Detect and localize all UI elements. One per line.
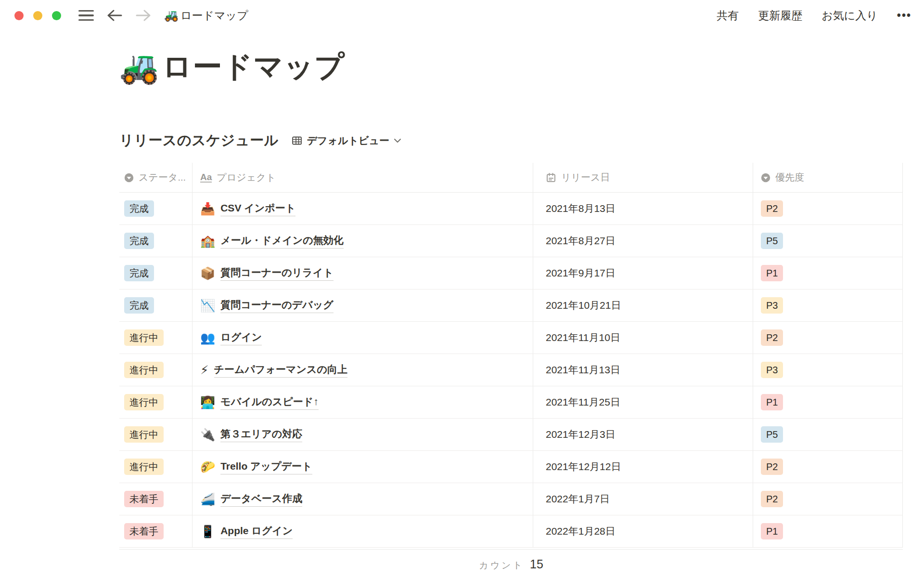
status-cell[interactable]: 完成 [119,289,192,321]
project-page-link[interactable]: ログイン [220,330,262,345]
status-badge: 未着手 [124,491,164,507]
favorites-button[interactable]: お気に入り [821,8,878,23]
priority-cell[interactable]: P5 [753,225,903,257]
priority-cell[interactable]: P2 [753,322,903,354]
release-date-cell[interactable]: 2021年8月27日 [533,225,753,257]
minimize-window-button[interactable] [33,11,42,20]
table-row: 進行中 ⚡ チームパフォーマンスの向上 2021年11月13日 P3 [119,354,903,386]
select-property-icon [761,173,770,183]
collection-title: リリースのスケジュール [119,131,279,150]
priority-cell[interactable]: P1 [753,515,903,547]
project-cell[interactable]: 📉 質問コーナーのデバッグ [192,289,533,321]
column-header-priority[interactable]: 優先度 [753,163,903,192]
title-property-icon: Aa [200,172,212,183]
status-cell[interactable]: 完成 [119,225,192,257]
fullscreen-window-button[interactable] [52,11,61,20]
project-page-link[interactable]: Apple ログイン [220,524,293,539]
release-date-cell[interactable]: 2021年11月25日 [533,386,753,418]
project-cell[interactable]: 👩‍💻 モバイルのスピード↑ [192,386,533,418]
release-date-cell[interactable]: 2022年1月7日 [533,483,753,515]
project-page-link[interactable]: チームパフォーマンスの向上 [214,363,347,378]
project-emoji-icon: 🚄 [200,492,215,506]
table-row: 進行中 👥 ログイン 2021年11月10日 P2 [119,322,903,354]
traffic-lights [14,11,61,20]
release-date-value: 2021年11月10日 [546,331,620,344]
project-page-link[interactable]: モバイルのスピード↑ [220,395,318,410]
project-cell[interactable]: 👥 ログイン [192,322,533,354]
status-cell[interactable]: 完成 [119,193,192,224]
status-badge: 完成 [124,233,154,249]
column-header-project[interactable]: Aa プロジェクト [192,163,533,192]
date-property-icon [546,172,556,183]
release-date-cell[interactable]: 2021年8月13日 [533,193,753,224]
priority-cell[interactable]: P3 [753,289,903,321]
project-cell[interactable]: 🌮 Trello アップデート [192,451,533,483]
release-date-cell[interactable]: 2022年1月28日 [533,515,753,547]
sidebar-toggle-button[interactable] [78,10,94,21]
forward-button[interactable] [135,9,152,22]
close-window-button[interactable] [14,11,24,20]
project-cell[interactable]: 📦 質問コーナーのリライト [192,257,533,289]
status-cell[interactable]: 未着手 [119,483,192,515]
update-history-button[interactable]: 更新履歴 [758,8,802,23]
project-cell[interactable]: 🚄 データベース作成 [192,483,533,515]
priority-cell[interactable]: P1 [753,386,903,418]
project-page-link[interactable]: CSV インポート [220,201,295,216]
status-badge: 進行中 [124,362,164,378]
column-header-release-date[interactable]: リリース日 [533,163,753,192]
release-date-cell[interactable]: 2021年12月3日 [533,419,753,450]
status-badge: 進行中 [124,459,164,475]
arrow-right-icon [135,9,152,22]
project-page-link[interactable]: 質問コーナーのリライト [220,266,333,281]
status-cell[interactable]: 進行中 [119,451,192,483]
release-date-cell[interactable]: 2021年10月21日 [533,289,753,321]
project-page-link[interactable]: 質問コーナーのデバッグ [220,298,333,313]
project-page-link[interactable]: Trello アップデート [220,460,312,474]
project-page-link[interactable]: データベース作成 [220,492,302,507]
column-label: ステータ... [139,171,186,184]
project-cell[interactable]: ⚡ チームパフォーマンスの向上 [192,354,533,386]
release-date-cell[interactable]: 2021年12月12日 [533,451,753,483]
share-button[interactable]: 共有 [717,8,739,23]
column-header-status[interactable]: ステータ... [119,163,192,192]
priority-badge: P2 [761,200,783,217]
breadcrumb[interactable]: 🚜 ロードマップ [164,8,248,23]
status-badge: 完成 [124,265,154,281]
priority-badge: P3 [761,362,783,378]
priority-badge: P2 [761,329,783,346]
project-page-link[interactable]: メール・ドメインの無効化 [220,234,343,249]
status-cell[interactable]: 進行中 [119,386,192,418]
priority-cell[interactable]: P3 [753,354,903,386]
priority-badge: P1 [761,523,783,539]
more-icon[interactable]: ••• [897,9,911,22]
count-label[interactable]: カウント [479,559,524,572]
status-cell[interactable]: 完成 [119,257,192,289]
table-row: 完成 📥 CSV インポート 2021年8月13日 P2 [119,193,903,225]
project-page-link[interactable]: 第３エリアの対応 [220,427,302,442]
table-view-icon [291,135,303,146]
priority-cell[interactable]: P1 [753,257,903,289]
priority-badge: P2 [761,459,783,475]
status-cell[interactable]: 進行中 [119,354,192,386]
status-cell[interactable]: 進行中 [119,322,192,354]
page-icon-tractor[interactable]: 🚜 [119,49,159,86]
release-date-cell[interactable]: 2021年9月17日 [533,257,753,289]
priority-cell[interactable]: P2 [753,451,903,483]
project-cell[interactable]: 📱 Apple ログイン [192,515,533,547]
project-cell[interactable]: 📥 CSV インポート [192,193,533,224]
page-title: 🚜 ロードマップ [119,47,924,87]
project-cell[interactable]: 🔌 第３エリアの対応 [192,419,533,450]
priority-badge: P2 [761,491,783,507]
view-selector[interactable]: デフォルトビュー [291,134,401,147]
column-label: リリース日 [561,171,610,184]
back-button[interactable] [106,9,123,22]
priority-cell[interactable]: P5 [753,419,903,450]
project-cell[interactable]: 🏫 メール・ドメインの無効化 [192,225,533,257]
release-date-cell[interactable]: 2021年11月10日 [533,322,753,354]
release-date-value: 2022年1月7日 [546,492,610,506]
priority-cell[interactable]: P2 [753,193,903,224]
release-date-cell[interactable]: 2021年11月13日 [533,354,753,386]
priority-cell[interactable]: P2 [753,483,903,515]
status-cell[interactable]: 進行中 [119,419,192,450]
status-cell[interactable]: 未着手 [119,515,192,547]
